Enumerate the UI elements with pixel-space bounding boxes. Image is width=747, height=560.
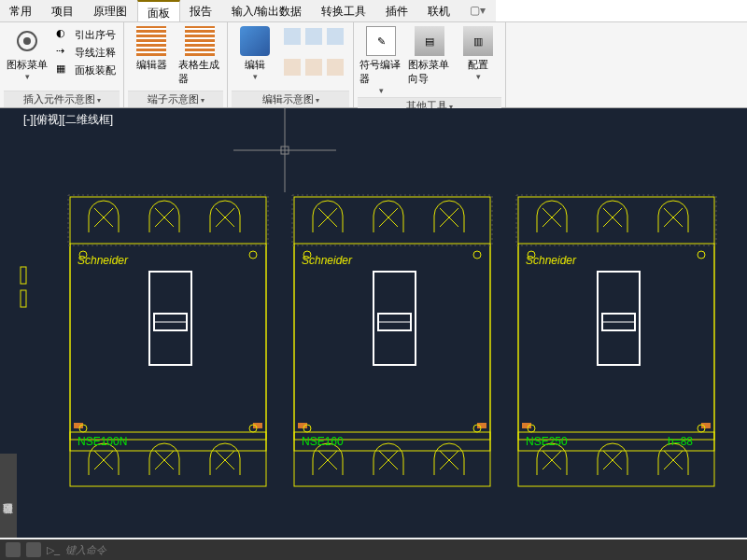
svg-point-1 xyxy=(23,37,31,45)
edit-tool-5[interactable] xyxy=(305,59,322,76)
edit-tool-1[interactable] xyxy=(284,28,301,45)
edit-icon xyxy=(240,26,270,56)
cmd-icon-2[interactable] xyxy=(26,542,41,557)
menu-wizard-button[interactable]: ▤图标菜单向导 xyxy=(406,24,453,97)
assembly-icon: ▦ xyxy=(56,63,71,77)
project-manager-tab[interactable]: 项目管理器 xyxy=(0,454,17,538)
svg-point-26 xyxy=(249,251,257,259)
config-icon: ▥ xyxy=(463,26,493,56)
svg-rect-60 xyxy=(518,244,714,440)
panel-edit: 编辑▾ 编辑示意图 xyxy=(228,22,354,107)
command-line[interactable]: ▷_ 键入命令 xyxy=(0,539,747,560)
tab-overflow[interactable]: ▢▾ xyxy=(460,0,496,21)
tab-plugin[interactable]: 插件 xyxy=(376,0,418,21)
svg-text:NSE100N: NSE100N xyxy=(78,435,127,448)
icon-menu-label: 图标菜单 xyxy=(7,58,48,72)
config-button[interactable]: ▥配置▾ xyxy=(455,24,501,97)
panel-insert-title[interactable]: 插入元件示意图 xyxy=(4,91,120,107)
svg-rect-51 xyxy=(477,423,486,428)
edit-tool-2[interactable] xyxy=(305,28,322,45)
menu-wizard-icon: ▤ xyxy=(415,26,444,56)
panel-edit-title[interactable]: 编辑示意图 xyxy=(232,91,349,107)
svg-rect-33 xyxy=(294,244,490,440)
table-gen-button[interactable]: 表格生成器 xyxy=(176,24,223,91)
cmd-placeholder: 键入命令 xyxy=(65,543,106,557)
editor-button[interactable]: 编辑器 xyxy=(128,24,175,91)
svg-rect-77 xyxy=(522,423,531,428)
icon-menu-button[interactable]: 图标菜单▾ xyxy=(4,24,50,91)
panel-other: ✎符号编译器▾ ▤图标菜单向导 ▥配置▾ 其他工具 xyxy=(354,22,506,107)
cmd-icon-1[interactable] xyxy=(6,542,21,557)
edit-tool-3[interactable] xyxy=(327,28,344,45)
symbol-compiler-icon: ✎ xyxy=(366,26,396,56)
svg-text:NSE160: NSE160 xyxy=(302,435,344,448)
tab-panel[interactable]: 面板 xyxy=(137,0,180,21)
svg-rect-88 xyxy=(21,290,26,307)
svg-text:h=88: h=88 xyxy=(668,435,693,448)
panel-insert: 图标菜单▾ ◐引出序号 ⇢导线注释 ▦面板装配 插入元件示意图 xyxy=(0,22,124,107)
svg-rect-87 xyxy=(21,267,26,284)
balloon-icon: ◐ xyxy=(56,27,71,42)
svg-rect-78 xyxy=(701,423,711,428)
svg-rect-23 xyxy=(74,423,83,428)
svg-rect-6 xyxy=(70,244,266,440)
panel-terminal: 编辑器 表格生成器 端子示意图 xyxy=(124,22,228,107)
editor-icon xyxy=(136,26,166,56)
balloon-button[interactable]: ◐引出序号 xyxy=(52,26,120,43)
edit-tool-4[interactable] xyxy=(284,59,301,76)
svg-rect-22 xyxy=(68,195,268,245)
edit-button[interactable]: 编辑▾ xyxy=(232,24,278,91)
ribbon-tabs: 常用 项目 原理图 面板 报告 输入/输出数据 转换工具 插件 联机 ▢▾ xyxy=(0,0,747,22)
panel-terminal-title[interactable]: 端子示意图 xyxy=(128,91,223,107)
svg-point-53 xyxy=(473,251,481,259)
svg-rect-46 xyxy=(374,272,416,365)
symbol-compiler-button[interactable]: ✎符号编译器▾ xyxy=(358,24,404,97)
table-gen-icon xyxy=(185,26,215,56)
menu-icon xyxy=(12,26,42,56)
tab-report[interactable]: 报告 xyxy=(180,0,222,21)
svg-rect-76 xyxy=(516,195,716,245)
tab-common[interactable]: 常用 xyxy=(0,0,42,21)
tab-project[interactable]: 项目 xyxy=(42,0,84,21)
svg-text:NSE250: NSE250 xyxy=(526,435,568,448)
svg-text:Schneider: Schneider xyxy=(526,254,577,267)
wire-note-button[interactable]: ⇢导线注释 xyxy=(52,44,120,61)
svg-rect-50 xyxy=(298,423,307,428)
tab-convert[interactable]: 转换工具 xyxy=(312,0,376,21)
svg-point-80 xyxy=(698,251,705,259)
svg-rect-73 xyxy=(598,272,640,365)
svg-rect-24 xyxy=(253,423,262,428)
tab-schematic[interactable]: 原理图 xyxy=(84,0,137,21)
wire-icon: ⇢ xyxy=(56,45,71,60)
svg-rect-49 xyxy=(292,195,492,245)
tab-online[interactable]: 联机 xyxy=(418,0,460,21)
cad-drawing: SchneiderNSE100NSchneiderNSE160Schneider… xyxy=(19,108,747,538)
edit-tool-6[interactable] xyxy=(327,59,344,76)
tab-io[interactable]: 输入/输出数据 xyxy=(222,0,312,21)
svg-text:Schneider: Schneider xyxy=(302,254,353,267)
panel-assembly-button[interactable]: ▦面板装配 xyxy=(52,62,120,78)
svg-text:Schneider: Schneider xyxy=(78,254,129,267)
svg-rect-19 xyxy=(149,272,191,365)
ribbon: 图标菜单▾ ◐引出序号 ⇢导线注释 ▦面板装配 插入元件示意图 编辑器 表格生成… xyxy=(0,22,747,108)
